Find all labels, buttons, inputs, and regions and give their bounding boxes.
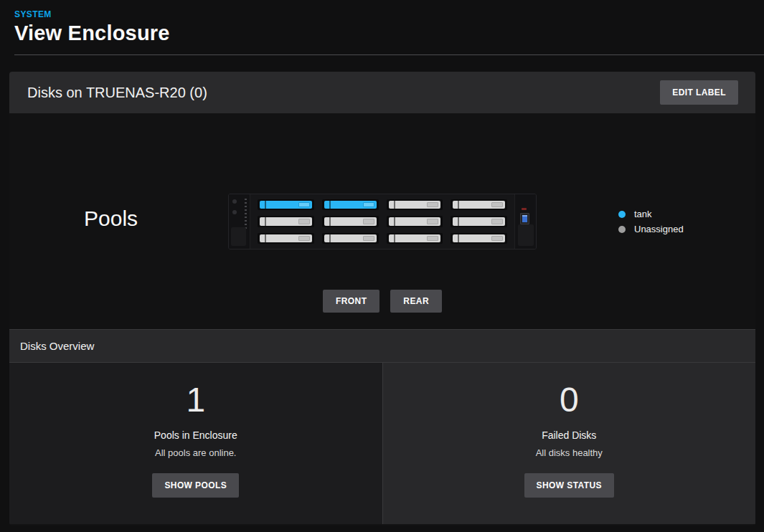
- drive-bay-slot-11[interactable]: [387, 233, 443, 244]
- pools-status-text: All pools are online.: [155, 447, 236, 458]
- pools-count: 1: [186, 382, 205, 418]
- front-view-button[interactable]: FRONT: [323, 290, 379, 313]
- breadcrumb-system: SYSTEM: [14, 9, 764, 19]
- failed-disks-label: Failed Disks: [542, 429, 596, 441]
- legend-label: Unassigned: [634, 224, 684, 234]
- drive-sled: [324, 234, 377, 242]
- pools-stat-panel: 1 Pools in Enclosure All pools are onlin…: [9, 363, 382, 524]
- usb-port-icon: [520, 213, 529, 224]
- right-panel-block: [518, 224, 534, 246]
- show-status-button[interactable]: SHOW STATUS: [524, 473, 614, 498]
- drive-sled: [389, 201, 441, 209]
- drive-bay-slot-6[interactable]: [322, 216, 379, 227]
- page-header: SYSTEM View Enclosure: [0, 0, 764, 45]
- led-strip: [245, 199, 247, 229]
- drive-bay-slot-9[interactable]: [258, 233, 314, 244]
- drive-sled: [260, 234, 312, 242]
- view-toggle-buttons: FRONT REAR: [9, 290, 755, 313]
- drive-bay-slot-8[interactable]: [451, 216, 507, 227]
- drive-bay-slot-1[interactable]: [258, 199, 314, 210]
- legend-label: tank: [634, 209, 652, 219]
- screw-icon: [232, 210, 237, 214]
- enclosure-section: Pools tank Unassigned: [9, 113, 755, 329]
- header-divider: [14, 54, 764, 55]
- disks-health-text: All disks healthy: [536, 447, 603, 458]
- drive-bay-slot-3[interactable]: [387, 199, 443, 210]
- drive-bay-slot-4[interactable]: [451, 199, 507, 210]
- enclosure-right-panel: [514, 194, 536, 249]
- drive-sled: [260, 217, 312, 225]
- drive-sled: [324, 201, 377, 209]
- failed-disks-count: 0: [560, 382, 579, 418]
- drive-bay-slot-10[interactable]: [322, 233, 379, 244]
- pool-legend: tank Unassigned: [618, 206, 684, 237]
- legend-item-unassigned: Unassigned: [618, 222, 684, 237]
- disks-overview-title: Disks Overview: [20, 340, 94, 352]
- card-header: Disks on TRUENAS-R20 (0) EDIT LABEL: [9, 72, 755, 113]
- pools-title: Pools: [84, 206, 138, 231]
- drive-sled: [453, 201, 505, 209]
- rear-view-button[interactable]: REAR: [390, 290, 442, 313]
- drive-sled: [453, 217, 505, 225]
- enclosure-graphic: [228, 194, 537, 250]
- drive-sled: [324, 217, 377, 225]
- drive-sled: [389, 234, 441, 242]
- drive-bay-slot-5[interactable]: [258, 216, 314, 227]
- page-title: View Enclosure: [14, 22, 764, 45]
- tank-legend-dot: [618, 211, 626, 218]
- drive-sled: [260, 201, 312, 209]
- overview-panels: 1 Pools in Enclosure All pools are onlin…: [9, 363, 755, 524]
- power-led-icon: [522, 208, 527, 210]
- show-pools-button[interactable]: SHOW POOLS: [152, 473, 239, 498]
- enclosure-card: Disks on TRUENAS-R20 (0) EDIT LABEL Pool…: [9, 72, 755, 526]
- enclosure-left-panel: [229, 194, 250, 249]
- drive-bay-slot-2[interactable]: [322, 199, 379, 210]
- screw-icon: [232, 199, 237, 204]
- unassigned-legend-dot: [618, 226, 626, 233]
- drive-sled: [389, 217, 441, 225]
- card-title: Disks on TRUENAS-R20 (0): [27, 85, 207, 101]
- edit-label-button[interactable]: EDIT LABEL: [660, 80, 738, 105]
- drive-sled: [453, 234, 505, 242]
- left-panel-block: [231, 227, 246, 246]
- drive-bay-grid: [250, 194, 514, 249]
- pools-count-label: Pools in Enclosure: [154, 429, 237, 441]
- failed-disks-stat-panel: 0 Failed Disks All disks healthy SHOW ST…: [382, 363, 756, 524]
- disks-overview-header: Disks Overview: [9, 329, 755, 363]
- legend-item-tank: tank: [618, 206, 684, 222]
- drive-bay-slot-12[interactable]: [451, 233, 507, 244]
- drive-bay-slot-7[interactable]: [387, 216, 443, 227]
